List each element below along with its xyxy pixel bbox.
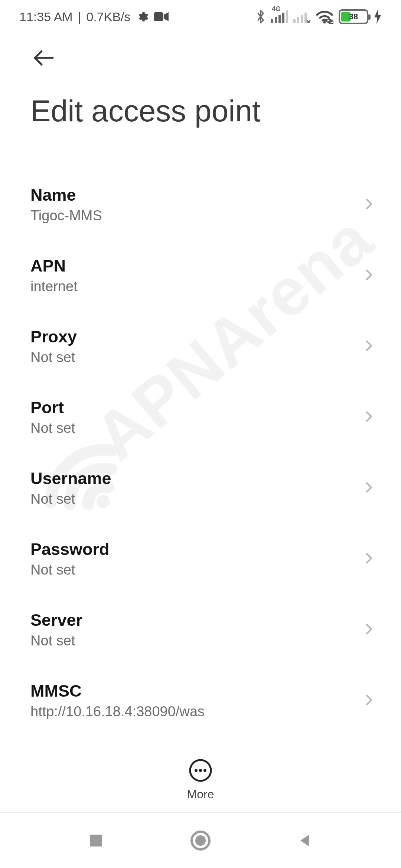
svg-rect-5 — [282, 13, 284, 23]
chevron-right-icon — [362, 622, 376, 637]
battery-percent: 38 — [340, 11, 367, 23]
row-value: Tigoc-MMS — [30, 208, 102, 224]
triangle-left-icon — [296, 832, 314, 849]
status-bar: 11:35 AM | 0.7KB/s 4G — [0, 0, 401, 33]
row-value: Not set — [30, 420, 75, 436]
row-title: Port — [30, 398, 75, 417]
row-title: Name — [30, 185, 102, 205]
gear-icon — [136, 10, 149, 23]
row-apn[interactable]: APN internet — [0, 240, 401, 311]
row-name[interactable]: Name Tigoc-MMS — [0, 169, 401, 240]
nav-back-button[interactable] — [296, 832, 314, 849]
row-value: Not set — [30, 633, 82, 649]
row-title: APN — [30, 256, 78, 276]
signal-nosim-icon — [293, 10, 310, 23]
settings-list: Name Tigoc-MMS APN internet Proxy Not se… — [0, 169, 401, 807]
more-button[interactable]: More — [187, 759, 214, 801]
svg-rect-9 — [301, 15, 303, 23]
nav-recent-button[interactable] — [87, 832, 105, 849]
chevron-right-icon — [362, 693, 376, 708]
status-net-rate: 0.7KB/s — [87, 10, 131, 24]
svg-point-16 — [199, 769, 202, 772]
charging-icon — [374, 9, 382, 24]
chevron-right-icon — [362, 339, 376, 354]
system-nav-bar — [0, 812, 401, 868]
circle-icon — [190, 830, 211, 851]
svg-rect-1 — [154, 12, 163, 21]
svg-rect-7 — [293, 19, 296, 23]
signal-4g-icon: 4G — [271, 10, 288, 23]
row-value: Not set — [30, 562, 110, 578]
chevron-right-icon — [362, 410, 376, 425]
svg-point-17 — [203, 769, 206, 772]
svg-rect-3 — [275, 17, 277, 23]
signal-4g-label: 4G — [272, 5, 281, 13]
more-label: More — [187, 788, 214, 801]
chevron-right-icon — [362, 197, 376, 212]
row-port[interactable]: Port Not set — [0, 382, 401, 453]
row-server[interactable]: Server Not set — [0, 594, 401, 665]
nav-home-button[interactable] — [190, 830, 211, 851]
svg-rect-4 — [278, 15, 281, 23]
row-title: Password — [30, 540, 110, 559]
row-value: internet — [30, 279, 78, 295]
row-password[interactable]: Password Not set — [0, 523, 401, 594]
row-value: Not set — [30, 349, 77, 365]
more-icon — [189, 759, 212, 782]
row-value: http://10.16.18.4:38090/was — [30, 704, 205, 720]
row-title: Server — [30, 611, 82, 630]
chevron-right-icon — [362, 481, 376, 496]
row-mmsc[interactable]: MMSC http://10.16.18.4:38090/was — [0, 665, 401, 736]
row-proxy[interactable]: Proxy Not set — [0, 311, 401, 382]
svg-rect-18 — [90, 835, 102, 846]
header: Edit access point — [0, 33, 401, 128]
back-button[interactable] — [30, 45, 57, 71]
chevron-right-icon — [362, 268, 376, 283]
svg-rect-2 — [271, 19, 273, 23]
row-title: Username — [30, 469, 111, 488]
row-title: Proxy — [30, 327, 77, 346]
svg-rect-10 — [304, 13, 307, 23]
page-title: Edit access point — [30, 93, 371, 128]
square-icon — [87, 832, 105, 849]
svg-point-20 — [195, 835, 206, 846]
wifi-status-icon — [316, 10, 333, 24]
bluetooth-icon — [255, 9, 266, 24]
row-title: MMSC — [30, 681, 205, 701]
video-icon — [154, 11, 169, 22]
svg-point-15 — [195, 769, 198, 772]
battery-icon: 38 — [339, 9, 368, 24]
status-time: 11:35 AM — [19, 10, 73, 24]
arrow-left-icon — [30, 45, 57, 71]
svg-rect-6 — [286, 10, 288, 23]
svg-point-11 — [323, 21, 326, 24]
status-separator: | — [78, 10, 81, 24]
row-username[interactable]: Username Not set — [0, 453, 401, 523]
row-value: Not set — [30, 491, 111, 507]
chevron-right-icon — [362, 552, 376, 566]
svg-rect-8 — [297, 17, 299, 23]
bottom-toolbar: More — [0, 747, 401, 801]
